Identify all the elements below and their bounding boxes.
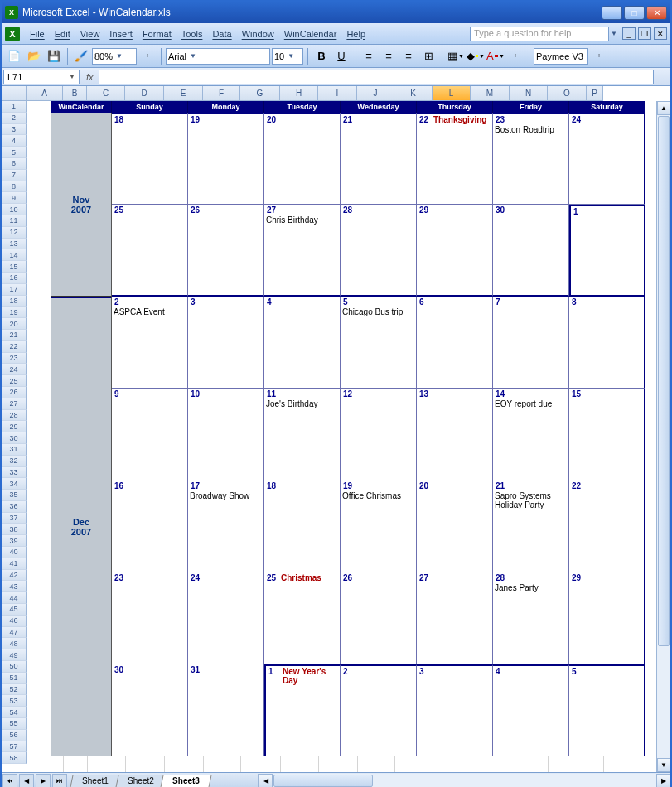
column-header-H[interactable]: H [280, 86, 318, 101]
calendar-day-cell[interactable]: 3 [417, 664, 493, 756]
calendar-day-cell[interactable]: 2ASPCA Event [112, 297, 188, 389]
calendar-day-cell[interactable]: 7 [493, 297, 569, 389]
tab-nav-first[interactable]: ⏮ [2, 774, 17, 788]
calendar-day-cell[interactable]: 24 [188, 572, 264, 664]
tab-nav-last[interactable]: ⏭ [52, 774, 67, 788]
calendar-day-cell[interactable]: 15 [569, 389, 645, 480]
row-header[interactable]: 12 [2, 227, 27, 239]
row-header[interactable]: 40 [2, 547, 27, 558]
calendar-day-cell[interactable]: 28Janes Party [493, 572, 569, 664]
new-doc-icon[interactable]: 📄 [5, 47, 23, 65]
row-header[interactable]: 41 [2, 558, 27, 570]
row-header[interactable]: 10 [2, 204, 27, 215]
zoom-select[interactable]: 80%▼ [92, 48, 137, 65]
menu-help[interactable]: Help [341, 27, 370, 41]
calendar-day-cell[interactable]: 27Chris Birthday [264, 205, 341, 297]
row-header[interactable]: 23 [2, 353, 27, 365]
row-header[interactable]: 39 [2, 535, 27, 547]
menu-insert[interactable]: Insert [104, 27, 138, 41]
row-header[interactable]: 3 [2, 124, 27, 136]
row-header[interactable]: 34 [2, 478, 27, 490]
row-header[interactable]: 19 [2, 307, 27, 318]
column-header-I[interactable]: I [318, 86, 357, 101]
scroll-left-arrow[interactable]: ◀ [259, 774, 273, 787]
window-close-button[interactable]: ✕ [646, 6, 667, 20]
column-header-L[interactable]: L [433, 86, 471, 101]
calendar-day-cell[interactable]: 2 [341, 664, 417, 756]
calendar-day-cell[interactable]: 4 [493, 664, 569, 756]
calendar-day-cell[interactable]: 21Sapro Systems Holiday Party [493, 480, 569, 572]
fx-icon[interactable]: fx [86, 72, 94, 82]
calendar-day-cell[interactable]: 22Thanksgiving [417, 113, 493, 205]
font-size-select[interactable]: 10▼ [272, 48, 303, 65]
calendar-day-cell[interactable]: 24 [569, 113, 645, 205]
toolbar-options-icon[interactable]: ⦂ [590, 47, 608, 65]
row-header[interactable]: 33 [2, 467, 27, 479]
calendar-day-cell[interactable]: 5Chicago Bus trip [341, 297, 417, 389]
calendar-day-cell[interactable]: 13 [417, 389, 493, 480]
calendar-day-cell[interactable]: 22 [569, 480, 645, 572]
calendar-day-cell[interactable]: 19Office Chrismas [341, 480, 417, 572]
calendar-day-cell[interactable]: 30 [112, 664, 188, 756]
row-header[interactable]: 13 [2, 239, 27, 250]
row-header[interactable]: 20 [2, 318, 27, 330]
row-header[interactable]: 29 [2, 421, 27, 432]
calendar-day-cell[interactable]: 27 [417, 572, 493, 664]
row-header[interactable]: 38 [2, 524, 27, 535]
calendar-day-cell[interactable]: 30 [493, 205, 569, 297]
calendar-day-cell[interactable]: 20 [264, 113, 341, 205]
row-header[interactable]: 53 [2, 695, 27, 707]
doc-close-button[interactable]: ✕ [654, 27, 667, 40]
calendar-day-cell[interactable]: 1 [569, 205, 645, 297]
calendar-day-cell[interactable]: 29 [569, 572, 645, 664]
borders-button[interactable]: ▦▼ [447, 47, 465, 65]
toolbar-options-icon[interactable]: ⦂ [506, 47, 525, 65]
calendar-day-cell[interactable]: 14EOY report due [493, 389, 569, 480]
row-header[interactable]: 57 [2, 741, 27, 753]
format-painter-icon[interactable]: 🖌️ [72, 47, 90, 65]
tab-nav-next[interactable]: ▶ [36, 774, 51, 788]
row-header[interactable]: 11 [2, 215, 27, 227]
row-header[interactable]: 52 [2, 684, 27, 696]
row-header[interactable]: 6 [2, 158, 27, 170]
calendar-day-cell[interactable]: 12 [341, 389, 417, 480]
sheet-tab-sheet1[interactable]: Sheet1 [70, 775, 120, 788]
column-header-C[interactable]: C [87, 86, 125, 101]
align-center-button[interactable]: ≡ [380, 47, 398, 65]
calendar-day-cell[interactable]: 20 [417, 480, 493, 572]
column-header-E[interactable]: E [164, 86, 203, 101]
row-header[interactable]: 14 [2, 249, 27, 261]
horizontal-scrollbar[interactable]: ◀ ▶ [258, 774, 670, 787]
row-header[interactable]: 22 [2, 341, 27, 353]
row-header[interactable]: 7 [2, 170, 27, 181]
menu-tools[interactable]: Tools [176, 27, 208, 41]
row-header[interactable]: 32 [2, 456, 27, 467]
calendar-day-cell[interactable]: 25 [112, 205, 188, 297]
row-header[interactable]: 56 [2, 730, 27, 741]
calendar-day-cell[interactable]: 23Boston Roadtrip [493, 113, 569, 205]
help-search-input[interactable]: Type a question for help [470, 27, 609, 41]
row-header[interactable]: 1 [2, 101, 27, 113]
row-header[interactable]: 5 [2, 147, 27, 158]
row-header[interactable]: 26 [2, 387, 27, 398]
row-header[interactable]: 36 [2, 501, 27, 513]
column-header-P[interactable]: P [587, 86, 603, 101]
window-maximize-button[interactable]: □ [624, 6, 645, 20]
row-header[interactable]: 58 [2, 752, 27, 764]
calendar-day-cell[interactable]: 18 [264, 480, 341, 572]
calendar-day-cell[interactable]: 23 [112, 572, 188, 664]
row-header[interactable]: 2 [2, 113, 27, 124]
window-minimize-button[interactable]: _ [602, 6, 622, 20]
toolbar-options-icon[interactable]: ⦂ [138, 47, 157, 65]
row-header[interactable]: 16 [2, 273, 27, 284]
row-header[interactable]: 45 [2, 604, 27, 616]
row-header[interactable]: 51 [2, 673, 27, 684]
row-header[interactable]: 17 [2, 284, 27, 296]
align-right-button[interactable]: ≡ [399, 47, 418, 65]
calendar-day-cell[interactable]: 17Broadway Show [188, 480, 264, 572]
save-icon[interactable]: 💾 [45, 47, 63, 65]
row-header[interactable]: 18 [2, 296, 27, 307]
calendar-day-cell[interactable]: 4 [264, 297, 341, 389]
row-header[interactable]: 54 [2, 707, 27, 718]
calendar-day-cell[interactable]: 19 [188, 113, 264, 205]
